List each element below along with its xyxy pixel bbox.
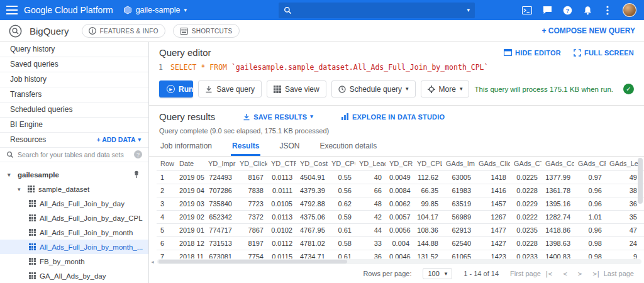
help-icon[interactable]: ? <box>562 5 572 15</box>
features-info-button[interactable]: FEATURES & INFO <box>82 24 165 38</box>
vertical-scrollbar-thumb[interactable] <box>638 158 643 204</box>
project-selector[interactable]: gaile-sample ▾ <box>119 4 191 16</box>
more-vert-icon[interactable] <box>602 5 613 15</box>
tree-table-GA_All_Ads_by_day[interactable]: GA_All_Ads_by_day <box>0 269 148 283</box>
project-name: gailesample <box>18 171 59 179</box>
sql-editor[interactable]: 1 SELECT * FROM `gailesample.sample_data… <box>149 59 644 77</box>
tab-json[interactable]: JSON <box>278 138 301 156</box>
sidebar-item-bi-engine[interactable]: BI Engine <box>0 118 148 133</box>
tree-table-All_Ads_Full_Join_by_day[interactable]: All_Ads_Full_Join_by_day <box>0 196 148 211</box>
save-query-button[interactable]: Save query <box>198 80 262 97</box>
line-number: 1 <box>149 63 170 72</box>
column-header-gads_clicks: GAds_Clicks <box>475 157 510 170</box>
add-data-button[interactable]: + ADD DATA ▾ <box>97 136 141 143</box>
data-cell: 724493 <box>204 170 236 184</box>
hamburger-menu-icon[interactable] <box>6 6 18 14</box>
more-button[interactable]: More ▾ <box>421 80 470 97</box>
last-page-button[interactable]: >| Last page <box>592 270 634 278</box>
search-scope-caret-icon[interactable]: ▾ <box>467 8 470 13</box>
table-icon <box>29 229 36 236</box>
data-cell: 0.0046 <box>386 250 413 258</box>
resource-search-input[interactable] <box>18 151 130 158</box>
tree-dataset-sample-dataset[interactable]: ▾ sample_dataset <box>0 182 148 196</box>
expand-caret-icon[interactable]: ▾ <box>18 186 24 192</box>
save-results-button[interactable]: SAVE RESULTS ▾ <box>243 113 313 121</box>
table-name: All_Ads_Full_Join_by_day_CPL <box>40 214 143 222</box>
data-cell: 1416 <box>475 184 510 197</box>
data-cell: 4734.71 <box>296 250 328 258</box>
data-cell: 0.0056 <box>386 223 413 236</box>
tab-job-information[interactable]: Job information <box>159 138 213 156</box>
tree-table-All_Ads_Full_Join_by_month[interactable]: All_Ads_Full_Join_by_month <box>0 225 148 240</box>
data-cell: 2018 11 <box>175 250 204 258</box>
save-results-label: SAVE RESULTS <box>253 113 307 121</box>
svg-text:?: ? <box>565 7 569 13</box>
tab-results[interactable]: Results <box>231 138 260 156</box>
compose-new-query-button[interactable]: + COMPOSE NEW QUERY <box>541 26 635 35</box>
sidebar-item-saved-queries[interactable]: Saved queries <box>0 57 148 72</box>
table-name: All_Ads_Full_Join_by_day <box>40 200 125 208</box>
notifications-bell-icon[interactable] <box>582 5 592 15</box>
horizontal-scrollbar-track[interactable] <box>157 259 641 264</box>
tree-table-All_Ads_Full_Join_by_month_[interactable]: All_Ads_Full_Join_by_month_... <box>0 240 148 254</box>
topbar-search[interactable]: ▾ <box>279 3 475 18</box>
search-icon <box>284 6 292 14</box>
sql-table-ref: `gailesample.sample_dataset.All_Ads_Full… <box>231 63 489 72</box>
data-cell: 104.17 <box>413 210 442 223</box>
shortcuts-button[interactable]: SHORTCUTS <box>173 24 240 38</box>
row-number-cell: 2 <box>157 184 175 197</box>
gcp-logo-title[interactable]: Google Cloud Platform <box>24 5 113 15</box>
tab-execution-details[interactable]: Execution details <box>318 138 378 156</box>
data-cell: 0.0111 <box>267 184 296 197</box>
dataset-name: sample_dataset <box>38 186 89 193</box>
sidebar-item-transfers[interactable]: Transfers <box>0 87 148 103</box>
data-cell: 61065 <box>442 250 475 258</box>
table-name: All_Ads_Full_Join_by_month_... <box>40 243 143 251</box>
results-tabs: Job informationResultsJSONExecution deta… <box>149 138 644 157</box>
save-view-button[interactable]: Save view <box>267 80 326 97</box>
previous-page-button[interactable]: < <box>563 270 567 278</box>
cloud-shell-icon[interactable] <box>522 5 532 15</box>
search-input[interactable] <box>297 6 462 14</box>
table-row: 12019 0572449381670.01134504.910.55400.0… <box>157 170 644 184</box>
table-icon <box>29 272 36 279</box>
search-help-icon[interactable]: ? <box>134 150 142 158</box>
data-cell: 0.004 <box>386 236 413 250</box>
expand-caret-icon[interactable]: ▾ <box>8 172 14 178</box>
scroll-left-arrow-icon[interactable]: ◄ <box>150 260 155 264</box>
tree-tables: All_Ads_Full_Join_by_dayAll_Ads_Full_Joi… <box>0 196 148 283</box>
resource-tree: ▾ gailesample ▾ sample_dataset All_Ads_F… <box>0 162 148 283</box>
tree-project-gailesample[interactable]: ▾ gailesample <box>0 167 148 182</box>
data-cell: 66.35 <box>413 184 442 197</box>
horizontal-scrollbar-thumb[interactable] <box>158 260 347 264</box>
run-button[interactable]: ▶ Run ▾ <box>159 80 193 97</box>
bigquery-logo-icon[interactable] <box>9 25 22 38</box>
row-number-cell: 3 <box>157 197 175 210</box>
sidebar-item-query-history[interactable]: Query history <box>0 42 148 57</box>
feedback-icon[interactable] <box>542 5 552 15</box>
sql-code: SELECT * FROM `gailesample.sample_datase… <box>170 63 488 72</box>
schedule-query-button[interactable]: Schedule query ▾ <box>331 80 416 97</box>
next-page-button[interactable]: > <box>578 270 582 278</box>
data-cell: 0.0102 <box>267 223 296 236</box>
data-cell: 0.0228 <box>510 236 541 250</box>
tree-table-FB_by_month[interactable]: FB_by_month <box>0 254 148 269</box>
hide-editor-button[interactable]: HIDE EDITOR <box>504 49 561 57</box>
app-title: BigQuery <box>30 26 69 36</box>
table-name: All_Ads_Full_Join_by_month <box>40 229 133 236</box>
pin-icon[interactable] <box>133 170 140 179</box>
first-page-button[interactable]: First page |< <box>510 270 552 278</box>
run-label: Run <box>179 85 193 94</box>
explore-data-studio-button[interactable]: EXPLORE IN DATA STUDIO <box>341 113 445 121</box>
sidebar-item-job-history[interactable]: Job history <box>0 72 148 87</box>
table-row: 22019 0470728678380.01114379.390.56660.0… <box>157 184 644 197</box>
rows-per-page-select[interactable]: 100 ▾ <box>423 268 452 279</box>
data-cell: 735840 <box>204 197 236 210</box>
avatar[interactable] <box>623 3 636 17</box>
pagination-range: 1 - 14 of 14 <box>464 270 499 277</box>
caret-down-icon: ▾ <box>445 271 448 277</box>
sidebar-item-scheduled-queries[interactable]: Scheduled queries <box>0 103 148 118</box>
data-cell: 1361.78 <box>541 184 574 197</box>
full-screen-button[interactable]: FULL SCREEN <box>574 49 634 57</box>
tree-table-All_Ads_Full_Join_by_day_CPL[interactable]: All_Ads_Full_Join_by_day_CPL <box>0 211 148 225</box>
